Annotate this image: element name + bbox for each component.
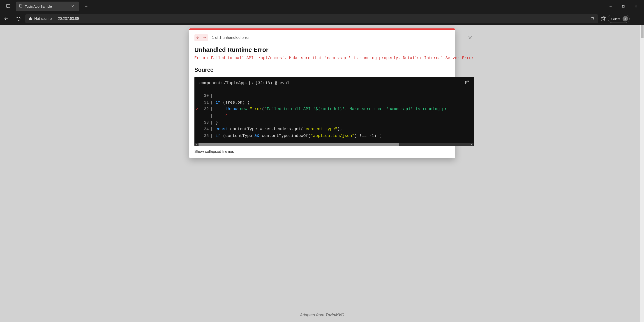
menu-button[interactable]: ⋯ (632, 14, 642, 24)
error-nav (194, 34, 208, 41)
svg-rect-7 (622, 6, 624, 8)
security-indicator[interactable]: Not secure (28, 16, 55, 22)
page-viewport: Adapted from TodoMVC 1 of 1 unhandled er… (0, 25, 644, 322)
error-message: Error: Failed to call API '/api/names'. … (194, 56, 474, 60)
footer-prefix: Adapted from (300, 313, 325, 317)
page-icon (19, 4, 22, 8)
page-scrollbar[interactable] (640, 25, 644, 322)
svg-rect-1 (7, 4, 8, 7)
browser-tab[interactable]: Topic App Sample (16, 2, 79, 11)
titlebar: Topic App Sample (0, 0, 644, 13)
minimize-button[interactable] (604, 0, 617, 13)
error-next-button[interactable] (201, 34, 208, 41)
code-line: >32| throw new Error(`Failed to call API… (194, 106, 474, 112)
svg-marker-11 (601, 16, 605, 20)
tab-actions-button[interactable] (2, 4, 15, 9)
footer-link[interactable]: TodoMVC (325, 313, 344, 317)
tab-manager-icon (6, 4, 10, 9)
error-title: Unhandled Runtime Error (194, 46, 474, 54)
error-count: 1 of 1 unhandled error (212, 36, 250, 40)
svg-text:?: ? (626, 17, 627, 18)
read-aloud-icon[interactable] (590, 16, 595, 22)
page-scrollbar-thumb[interactable] (641, 25, 644, 38)
svg-marker-23 (471, 144, 472, 145)
warning-icon (28, 16, 32, 21)
scroll-right-icon[interactable] (470, 142, 474, 146)
close-window-button[interactable] (630, 0, 642, 13)
refresh-button[interactable] (13, 13, 24, 24)
profile-button[interactable]: Guest ? (608, 15, 630, 23)
svg-marker-22 (196, 144, 197, 145)
show-collapsed-frames-button[interactable]: Show collapsed frames (194, 150, 474, 154)
code-line: | ^ (194, 112, 474, 119)
back-button[interactable] (1, 13, 12, 24)
source-heading: Source (194, 66, 474, 73)
not-secure-label: Not secure (34, 17, 52, 21)
profile-label: Guest (611, 17, 620, 21)
code-panel: components/TopicApp.js (32:18) @ eval 30… (194, 77, 474, 146)
favorites-button[interactable] (601, 16, 606, 22)
code-location: components/TopicApp.js (32:18) @ eval (200, 81, 290, 85)
code-line: 34|const contentType = res.headers.get("… (194, 126, 474, 133)
url-text: 20.237.63.89 (58, 17, 79, 21)
code-line: 31|if (!res.ok) { (194, 99, 474, 106)
code-horizontal-scrollbar[interactable] (195, 142, 474, 146)
maximize-button[interactable] (617, 0, 630, 13)
error-overlay: 1 of 1 unhandled error Unhandled Runtime… (189, 28, 455, 158)
tab-close-button[interactable] (70, 3, 76, 10)
tab-title: Topic App Sample (25, 4, 67, 8)
code-body: 30|31|if (!res.ok) {>32| throw new Error… (194, 89, 474, 142)
dialog-close-button[interactable] (466, 34, 474, 42)
svg-line-21 (466, 81, 468, 82)
code-line: 30| (194, 92, 474, 99)
page-footer: Adapted from TodoMVC (0, 313, 644, 318)
avatar-icon: ? (622, 16, 628, 22)
new-tab-button[interactable] (83, 3, 89, 10)
code-hscroll-thumb[interactable] (198, 143, 399, 146)
omnibox[interactable]: Not secure 20.237.63.89 (25, 14, 598, 23)
window-controls (604, 0, 642, 13)
scroll-left-icon[interactable] (195, 142, 198, 146)
address-bar: Not secure 20.237.63.89 Guest ? ⋯ (0, 13, 644, 25)
open-in-editor-button[interactable] (465, 80, 469, 86)
error-prev-button[interactable] (194, 34, 201, 41)
code-line: 33|} (194, 119, 474, 126)
code-line: 35|if (contentType && contentType.indexO… (194, 133, 474, 140)
